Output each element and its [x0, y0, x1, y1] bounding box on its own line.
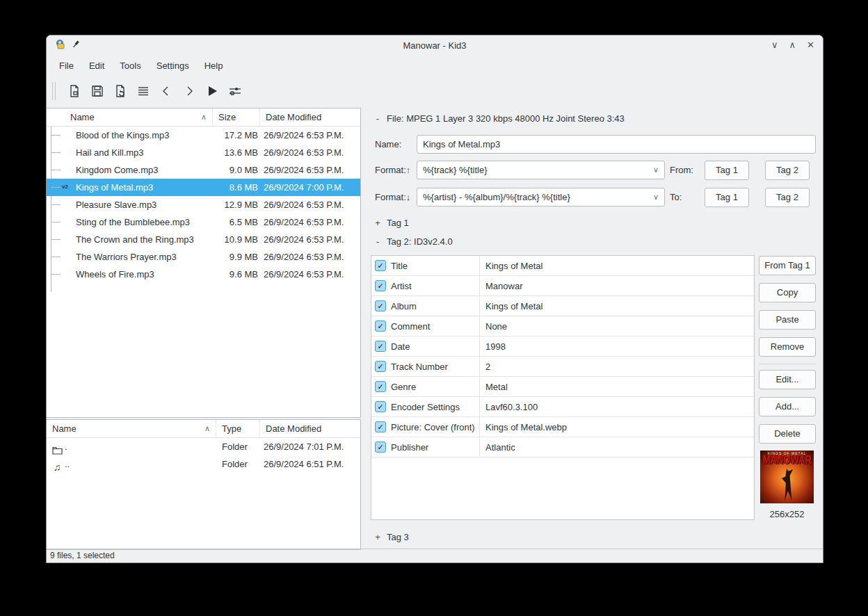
open-file-icon[interactable] — [63, 80, 86, 102]
file-row[interactable]: Hail and Kill.mp3 13.6 MB 26/9/2024 6:53… — [47, 144, 360, 161]
folder-list-header: Name ∧ Type Date Modified — [47, 420, 360, 438]
file-list-header: Name ∧ Size Date Modified — [47, 108, 360, 127]
frame-row[interactable]: ✓Comment None — [371, 316, 754, 337]
frame-row[interactable]: ✓Artist Manowar — [371, 276, 754, 296]
header-name[interactable]: Name ∧ — [47, 420, 216, 437]
maximize-button[interactable]: ∧ — [789, 35, 796, 55]
tag1-section-header[interactable]: + Tag 1 — [375, 218, 409, 228]
frame-checkbox[interactable]: ✓ — [375, 361, 386, 372]
select-all-icon[interactable] — [131, 80, 154, 102]
file-row[interactable]: Sting of the Bumblebee.mp3 6.5 MB 26/9/2… — [47, 213, 360, 231]
frame-value[interactable]: Atlantic — [480, 437, 754, 457]
file-row[interactable]: Pleasure Slave.mp3 12.9 MB 26/9/2024 6:5… — [47, 196, 360, 213]
frame-value[interactable]: Metal — [480, 377, 754, 396]
filename-input[interactable]: Kings of Metal.mp3 — [417, 135, 816, 154]
header-date-modified[interactable]: Date Modified — [260, 108, 360, 126]
save-icon[interactable] — [86, 80, 108, 102]
frame-row[interactable]: ✓Date 1998 — [371, 337, 754, 357]
header-type[interactable]: Type — [216, 420, 260, 437]
frame-value[interactable]: 1998 — [480, 337, 754, 356]
frame-row[interactable]: ✓Publisher Atlantic — [371, 437, 754, 457]
paste-button[interactable]: Paste — [759, 310, 816, 330]
menu-edit[interactable]: Edit — [82, 58, 111, 73]
next-file-icon[interactable] — [177, 80, 200, 102]
status-text: 9 files, 1 selected — [50, 551, 115, 560]
file-row[interactable]: Wheels of Fire.mp3 9.6 MB 26/9/2024 6:53… — [47, 266, 360, 283]
copy-button[interactable]: Copy — [759, 283, 816, 302]
menu-tools[interactable]: Tools — [113, 58, 147, 73]
menu-help[interactable]: Help — [198, 58, 230, 73]
frame-checkbox[interactable]: ✓ — [375, 300, 386, 311]
menu-file[interactable]: File — [52, 58, 81, 73]
frame-row[interactable]: ✓Genre Metal — [371, 377, 754, 397]
folder-row[interactable]: ♫ .. Folder 26/9/2024 6:51 P.M. — [47, 455, 360, 473]
frame-checkbox[interactable]: ✓ — [375, 421, 386, 432]
frame-checkbox[interactable]: ✓ — [375, 441, 386, 453]
play-icon[interactable] — [200, 80, 223, 102]
frame-row[interactable]: ✓Album Kings of Metal — [371, 296, 754, 316]
frame-value[interactable]: Manowar — [480, 276, 754, 295]
frame-value[interactable]: None — [480, 316, 754, 336]
to-tag1-button[interactable]: Tag 1 — [705, 188, 749, 207]
menu-settings[interactable]: Settings — [150, 58, 196, 73]
header-date-modified[interactable]: Date Modified — [260, 420, 360, 437]
frame-checkbox[interactable]: ✓ — [375, 381, 386, 392]
revert-icon[interactable] — [108, 80, 131, 102]
file-info: File: MPEG 1 Layer 3 320 kbps 48000 Hz J… — [387, 113, 625, 124]
tag2-section-header[interactable]: - Tag 2: ID3v2.4.0 — [375, 236, 453, 247]
frame-value[interactable]: Kings of Metal.webp — [480, 417, 754, 437]
file-row[interactable]: The Warriors Prayer.mp3 9.9 MB 26/9/2024… — [47, 248, 360, 266]
file-section-header[interactable]: - File: MPEG 1 Layer 3 320 kbps 48000 Hz… — [375, 113, 625, 124]
frame-value[interactable]: Kings of Metal — [480, 296, 754, 316]
file-row[interactable]: The Crown and the Ring.mp3 10.9 MB 26/9/… — [47, 231, 360, 248]
status-bar: 9 files, 1 selected — [47, 549, 823, 562]
frame-row[interactable]: ✓Encoder Settings Lavf60.3.100 — [371, 397, 754, 417]
album-cover-thumbnail[interactable]: KINGS OF METAL MANOWAR — [760, 451, 814, 503]
remove-button[interactable]: Remove — [759, 337, 816, 357]
header-size[interactable]: Size — [213, 108, 260, 126]
collapse-icon[interactable]: - — [375, 236, 380, 247]
frame-row[interactable]: ✓Picture: Cover (front) Kings of Metal.w… — [371, 417, 754, 437]
minimize-button[interactable]: ∨ — [771, 35, 778, 55]
expand-icon[interactable]: + — [375, 218, 380, 228]
options-icon[interactable] — [223, 80, 246, 102]
collapse-icon[interactable]: - — [375, 113, 380, 124]
from-label: From: — [670, 161, 693, 179]
add-button[interactable]: Add... — [759, 397, 816, 416]
file-row[interactable]: Kingdom Come.mp3 9.0 MB 26/9/2024 6:53 P… — [47, 161, 360, 179]
file-list: Name ∧ Size Date Modified Blood of the K… — [47, 108, 361, 418]
frame-value[interactable]: Lavf60.3.100 — [480, 397, 754, 416]
frame-checkbox[interactable]: ✓ — [375, 280, 386, 291]
chevron-down-icon: ∨ — [653, 161, 659, 179]
expand-icon[interactable]: + — [375, 532, 380, 542]
toolbar-handle[interactable] — [52, 82, 56, 100]
tag3-section-header[interactable]: + Tag 3 — [375, 532, 409, 542]
previous-file-icon[interactable] — [154, 80, 177, 102]
frame-checkbox[interactable]: ✓ — [375, 321, 386, 332]
frame-checkbox[interactable]: ✓ — [375, 260, 386, 271]
format-from-filename-combobox[interactable]: %{track} %{title} ∨ — [417, 161, 665, 179]
file-row[interactable]: Blood of the Kings.mp3 17.2 MB 26/9/2024… — [47, 127, 360, 144]
frame-row[interactable]: ✓Title Kings of Metal — [371, 256, 754, 276]
menubar: File Edit Tools Settings Help — [47, 55, 823, 76]
frame-row[interactable]: ✓Track Number 2 — [371, 357, 754, 377]
tag-panel: - File: MPEG 1 Layer 3 320 kbps 48000 Hz… — [368, 106, 823, 549]
from-tag1-copy-button[interactable]: From Tag 1 — [759, 256, 816, 275]
from-tag2-button[interactable]: Tag 2 — [765, 161, 810, 180]
edit-button[interactable]: Edit... — [759, 370, 816, 389]
file-row-selected[interactable]: v2 Kings of Metal.mp3 8.6 MB 26/9/2024 7… — [47, 179, 360, 196]
tag3-label: Tag 3 — [387, 532, 409, 542]
from-tag1-button[interactable]: Tag 1 — [705, 161, 749, 180]
pin-icon[interactable] — [72, 40, 81, 51]
folder-row[interactable]: . Folder 26/9/2024 7:01 P.M. — [47, 438, 360, 455]
titlebar[interactable]: Manowar - Kid3 ∨ ∧ ✕ — [47, 35, 823, 55]
header-name[interactable]: Name ∧ — [47, 108, 213, 126]
delete-button[interactable]: Delete — [759, 424, 816, 444]
frame-value[interactable]: 2 — [480, 357, 754, 376]
to-tag2-button[interactable]: Tag 2 — [765, 188, 810, 207]
frame-checkbox[interactable]: ✓ — [375, 401, 386, 412]
frame-checkbox[interactable]: ✓ — [375, 341, 386, 352]
frame-value[interactable]: Kings of Metal — [480, 256, 754, 275]
format-to-filename-combobox[interactable]: %{artist} - %{album}/%{track} %{title} ∨ — [417, 188, 665, 206]
close-button[interactable]: ✕ — [807, 35, 814, 55]
